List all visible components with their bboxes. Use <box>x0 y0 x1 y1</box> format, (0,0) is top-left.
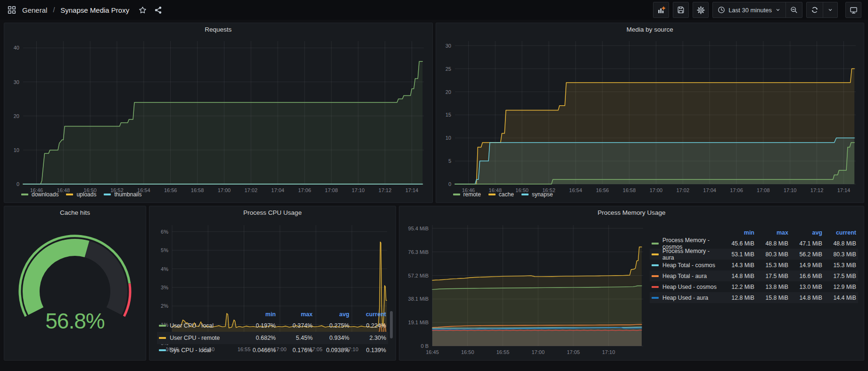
legend-series-label[interactable]: Heap Total - aura <box>652 273 720 279</box>
save-dashboard-button[interactable] <box>673 2 689 18</box>
legend-header-max[interactable]: max <box>754 229 788 236</box>
add-panel-button[interactable] <box>653 2 669 18</box>
svg-text:16:58: 16:58 <box>191 187 204 193</box>
apps-grid-icon[interactable] <box>7 5 17 15</box>
svg-text:0: 0 <box>17 181 19 187</box>
media-chart[interactable]: 16:4616:4816:5016:5216:5416:5616:5817:00… <box>439 36 861 190</box>
legend-value-current: 0.139% <box>349 347 386 354</box>
breadcrumb-section[interactable]: General <box>22 6 47 14</box>
legend-swatch <box>159 337 166 339</box>
svg-text:17:14: 17:14 <box>405 187 419 193</box>
clock-icon <box>718 6 725 14</box>
legend-label[interactable]: Heap Used - aura <box>662 295 708 301</box>
legend-value-avg: 0.0938% <box>313 347 349 354</box>
legend-value-current: 48.8 MiB <box>822 240 856 247</box>
legend-value-min: 12.2 MiB <box>720 284 754 290</box>
zoom-out-time-button[interactable] <box>785 2 802 17</box>
svg-text:10: 10 <box>445 135 451 141</box>
legend-label[interactable]: Heap Total - aura <box>662 273 707 279</box>
svg-text:16:56: 16:56 <box>595 187 609 193</box>
legend-series-label[interactable]: User CPU - remote <box>159 335 239 341</box>
svg-text:0 B: 0 B <box>421 343 429 349</box>
legend-swatch <box>652 297 659 299</box>
legend-value-max: 17.5 MiB <box>754 273 788 279</box>
svg-text:16:46: 16:46 <box>462 187 475 193</box>
time-range-label: Last 30 minutes <box>728 7 772 14</box>
panel-title-requests[interactable]: Requests <box>4 23 432 36</box>
legend-table-row: Heap Used - aura12.8 MiB15.8 MiB14.8 MiB… <box>650 292 858 303</box>
legend-header-current[interactable]: current <box>822 229 856 236</box>
legend-series-label[interactable]: Heap Used - cosmos <box>652 284 720 290</box>
svg-text:20: 20 <box>445 89 451 95</box>
legend-table-row: User CPU - remote0.682%5.45%0.934%2.30% <box>157 332 388 344</box>
panel-title-media[interactable]: Media by source <box>436 23 864 36</box>
legend-table-row: Heap Total - cosmos14.3 MiB15.3 MiB14.9 … <box>650 260 858 270</box>
svg-text:17:00: 17:00 <box>218 187 231 193</box>
legend-series-label[interactable]: Heap Total - cosmos <box>652 262 720 269</box>
legend-value-max: 5.45% <box>276 335 313 341</box>
legend-label[interactable]: Heap Total - cosmos <box>662 262 715 269</box>
requests-chart[interactable]: 16:4616:4816:5016:5216:5416:5616:5817:00… <box>7 36 430 190</box>
gauge-value: 56.8% <box>4 308 146 334</box>
toolbar: Last 30 minutes <box>653 2 861 18</box>
svg-text:16:54: 16:54 <box>569 187 582 193</box>
panel-media-by-source: Media by source 16:4616:4816:5016:5216:5… <box>436 23 865 203</box>
legend-swatch <box>652 275 659 277</box>
svg-text:17:08: 17:08 <box>325 187 338 193</box>
legend-value-max: 15.8 MiB <box>754 295 788 301</box>
panel-title-cache-hits[interactable]: Cache hits <box>4 206 146 219</box>
panel-title-cpu[interactable]: Process CPU Usage <box>149 206 396 219</box>
svg-text:16:52: 16:52 <box>110 187 124 193</box>
memory-chart[interactable]: 16:4516:5016:5517:0017:0517:100 B19.1 Mi… <box>402 219 648 358</box>
legend-header-min[interactable]: min <box>720 229 754 236</box>
legend-label[interactable]: Process Memory - aura <box>662 248 720 261</box>
time-range-picker[interactable]: Last 30 minutes <box>713 2 785 17</box>
legend-table-row: Heap Used - cosmos12.2 MiB13.8 MiB13.0 M… <box>650 281 858 292</box>
search-minus-icon <box>790 6 798 14</box>
dashboard-title[interactable]: Synapse Media Proxy <box>60 6 129 14</box>
svg-text:30: 30 <box>445 43 451 49</box>
dashboard-settings-button[interactable] <box>693 2 709 18</box>
legend-header-min[interactable]: min <box>239 311 276 318</box>
svg-text:38.1 MiB: 38.1 MiB <box>408 296 429 302</box>
legend-header-avg[interactable]: avg <box>313 311 349 318</box>
legend-series-label[interactable]: Sys CPU - local <box>159 347 239 354</box>
legend-label[interactable]: Heap Used - cosmos <box>662 284 717 290</box>
legend-header-max[interactable]: max <box>276 311 313 318</box>
star-icon[interactable] <box>137 5 148 15</box>
refresh-button[interactable] <box>807 2 823 17</box>
share-icon[interactable] <box>153 5 163 15</box>
cycle-view-mode-button[interactable] <box>845 2 861 18</box>
legend-value-current: 12.9 MiB <box>822 284 856 290</box>
legend-header-current[interactable]: current <box>349 311 386 318</box>
legend-swatch <box>159 325 166 327</box>
refresh-sync-icon <box>811 6 818 14</box>
legend-series-label[interactable]: Heap Used - aura <box>652 295 720 301</box>
navbar: General / Synapse Media Proxy <box>0 0 868 20</box>
svg-text:17:02: 17:02 <box>245 187 258 193</box>
svg-text:57.2 MiB: 57.2 MiB <box>408 273 429 278</box>
legend-label[interactable]: Sys CPU - local <box>170 347 211 354</box>
refresh-interval-dropdown[interactable] <box>823 2 837 17</box>
legend-label[interactable]: User CPU - remote <box>170 335 220 341</box>
legend-scrollbar[interactable] <box>390 311 393 338</box>
legend-value-min: 14.3 MiB <box>720 262 754 269</box>
svg-text:17:10: 17:10 <box>352 187 365 193</box>
legend-value-max: 48.8 MiB <box>754 240 788 247</box>
svg-text:16:56: 16:56 <box>164 187 177 193</box>
legend-value-avg: 47.1 MiB <box>788 240 822 247</box>
legend-series-label[interactable]: User CPU - local <box>159 322 239 329</box>
panel-title-memory[interactable]: Process Memory Usage <box>399 206 864 219</box>
svg-text:0: 0 <box>448 181 451 187</box>
legend-value-avg: 56.2 MiB <box>788 251 822 258</box>
legend-label[interactable]: User CPU - local <box>170 322 214 329</box>
svg-text:25: 25 <box>445 66 451 72</box>
cpu-chart[interactable]: 16:4516:5016:5517:0017:0517:100%1%2%3%4%… <box>152 219 393 308</box>
legend-series-label[interactable]: Process Memory - aura <box>652 248 720 261</box>
legend-swatch <box>652 286 659 288</box>
svg-text:40: 40 <box>14 45 19 51</box>
svg-text:17:04: 17:04 <box>703 187 716 193</box>
panel-requests: Requests 16:4616:4816:5016:5216:5416:561… <box>4 23 433 203</box>
caret-down-icon <box>775 7 781 13</box>
legend-header-avg[interactable]: avg <box>788 229 822 236</box>
